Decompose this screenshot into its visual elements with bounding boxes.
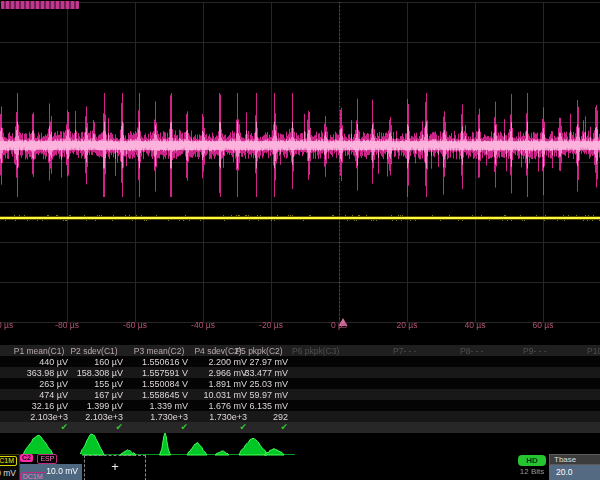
measure-header-row: P1 mean(C1)P2 sdev(C1)P3 mean(C2)P4 sdev… xyxy=(0,345,600,356)
measure-cell: 1.550084 V xyxy=(130,379,188,389)
measure-table: P1 mean(C1)P2 sdev(C1)P3 mean(C2)P4 sdev… xyxy=(0,345,600,433)
x-axis-label: -80 µs xyxy=(55,320,79,330)
measure-cell: 292 xyxy=(230,412,288,422)
x-axis-label: -60 µs xyxy=(123,320,147,330)
measure-cell: 263 µV xyxy=(10,379,68,389)
x-axis-label: -100 µs xyxy=(0,320,13,330)
measure-cell: 25.03 mV xyxy=(230,379,288,389)
measure-header-p9[interactable]: P9- - - xyxy=(523,346,547,356)
c2-badges: C2 ESP DC1M xyxy=(20,454,82,464)
measure-cell: 1.399 µV xyxy=(65,401,123,411)
c2-label-badge: C2 xyxy=(20,454,33,462)
measure-cell: 1.730e+3 xyxy=(130,412,188,422)
measure-cell: 363.98 µV xyxy=(10,368,68,378)
measure-cell: 1.550616 V xyxy=(130,357,188,367)
measure-header-p10[interactable]: P10- - - xyxy=(587,346,600,356)
status-check-icon: ✔ xyxy=(10,422,68,432)
measure-row: 2.103e+32.103e+31.730e+31.730e+3292 xyxy=(0,411,600,422)
x-axis-label: 0 µs xyxy=(331,320,347,330)
measure-status-row: ✔✔✔✔✔ xyxy=(0,422,600,433)
measure-header-p8[interactable]: P8- - - xyxy=(460,346,484,356)
measure-header-p5[interactable]: P5 pkpk(C2) xyxy=(235,346,282,356)
measure-cell: 167 µV xyxy=(65,390,123,400)
timebase-title: Tbase xyxy=(549,454,600,465)
status-check-icon: ✔ xyxy=(130,422,188,432)
c2-coupling-badge: DC1M xyxy=(20,472,46,480)
x-axis-labels: -100 µs-80 µs-60 µs-40 µs-20 µs0 µs20 µs… xyxy=(0,320,600,333)
measure-row: 440 µV160 µV1.550616 V2.200 mV27.97 mV xyxy=(0,356,600,367)
measure-cell: 32.16 µV xyxy=(10,401,68,411)
unknown-magenta-label xyxy=(1,1,79,9)
x-axis-label: 60 µs xyxy=(533,320,554,330)
plus-icon: + xyxy=(111,459,119,474)
x-axis-label: 40 µs xyxy=(465,320,486,330)
measure-header-p7[interactable]: P7- - - xyxy=(393,346,417,356)
timebase-value: 20.0 xyxy=(549,465,600,480)
measure-cell: 160 µV xyxy=(65,357,123,367)
measure-cell: 440 µV xyxy=(10,357,68,367)
measure-cell: 2.103e+3 xyxy=(65,412,123,422)
measure-cell: 1.339 mV xyxy=(130,401,188,411)
measure-cell: 27.97 mV xyxy=(230,357,288,367)
measure-cell: 6.135 mV xyxy=(230,401,288,411)
measure-row: 32.16 µV1.399 µV1.339 mV1.676 mV6.135 mV xyxy=(0,400,600,411)
oscilloscope-screen: -100 µs-80 µs-60 µs-40 µs-20 µs0 µs20 µs… xyxy=(0,0,600,480)
measure-header-p2[interactable]: P2 sdev(C1) xyxy=(70,346,117,356)
measure-header-p6[interactable]: P6 pkpk(C3) xyxy=(292,346,339,356)
waveform-display xyxy=(0,0,600,334)
c2-esp-badge: ESP xyxy=(37,454,57,464)
x-axis-label: 20 µs xyxy=(397,320,418,330)
channel-c2-descriptor[interactable]: C2 ESP DC1M 10.0 mV xyxy=(20,454,82,480)
channel-c1-descriptor[interactable]: C1 DC1M 10.0 mV xyxy=(0,454,20,480)
measure-cell: 59.97 mV xyxy=(230,390,288,400)
c1-scale-value: 10.0 mV xyxy=(0,468,16,478)
measure-header-p1[interactable]: P1 mean(C1) xyxy=(14,346,65,356)
measure-cell: 1.558645 V xyxy=(130,390,188,400)
measurement-histicons xyxy=(0,433,600,456)
measure-cell: 1.557591 V xyxy=(130,368,188,378)
x-axis-label: -20 µs xyxy=(259,320,283,330)
measure-row: 363.98 µV158.308 µV1.557591 V2.966 mV33.… xyxy=(0,367,600,378)
measure-cell: 474 µV xyxy=(10,390,68,400)
status-check-icon: ✔ xyxy=(230,422,288,432)
measure-cell: 158.308 µV xyxy=(65,368,123,378)
measure-cell: 2.103e+3 xyxy=(10,412,68,422)
bit-depth-label: 12 Bits xyxy=(512,467,552,476)
c1-coupling-badge: DC1M xyxy=(0,456,17,466)
x-axis-label: -40 µs xyxy=(191,320,215,330)
timebase-descriptor[interactable]: Tbase 20.0 xyxy=(549,454,600,480)
c2-scale-value: 10.0 mV xyxy=(46,466,78,476)
measure-header-p3[interactable]: P3 mean(C2) xyxy=(134,346,185,356)
measure-cell: 33.477 mV xyxy=(230,368,288,378)
measure-row: 474 µV167 µV1.558645 V10.031 mV59.97 mV xyxy=(0,389,600,400)
add-trace-button[interactable]: + xyxy=(84,455,146,480)
hd-mode-badge[interactable]: HD xyxy=(518,455,546,466)
measure-row: 263 µV155 µV1.550084 V1.891 mV25.03 mV xyxy=(0,378,600,389)
status-check-icon: ✔ xyxy=(65,422,123,432)
measure-cell: 155 µV xyxy=(65,379,123,389)
